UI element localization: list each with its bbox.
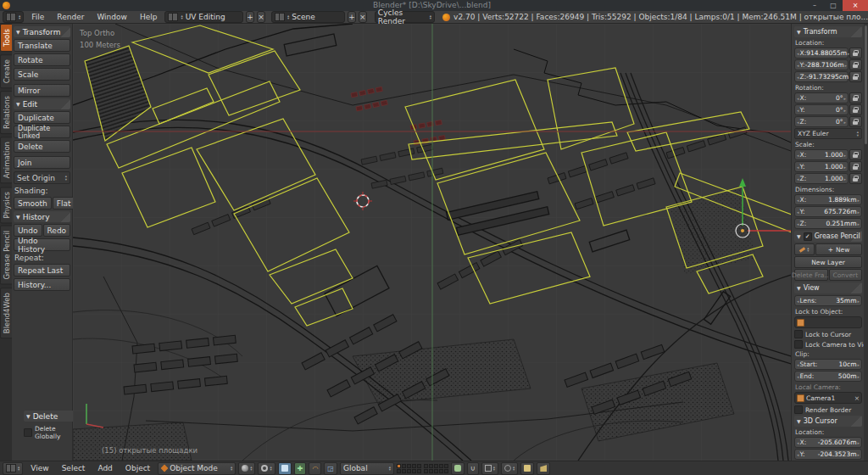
menu-view[interactable]: View bbox=[25, 464, 53, 472]
location-z-field[interactable]: ◂Z:-91.73295cm▸ bbox=[794, 71, 849, 82]
panel-header-3d-cursor[interactable]: ▼ 3D Cursor bbox=[794, 416, 862, 427]
render-border-checkbox[interactable] bbox=[794, 405, 803, 414]
scale-z-field[interactable]: ◂Z:1.000▸ bbox=[794, 173, 849, 184]
location-y-field[interactable]: ◂Y:-288.7106m▸ bbox=[794, 59, 849, 70]
delete-globally-checkbox[interactable] bbox=[24, 428, 32, 437]
minimize-button[interactable]: – bbox=[805, 0, 824, 11]
lock-icon[interactable] bbox=[849, 149, 862, 160]
scene-selector[interactable]: ▴▾ Scene bbox=[271, 11, 345, 23]
lock-icon[interactable] bbox=[849, 161, 862, 172]
local-camera-field[interactable]: Camera1 × bbox=[794, 392, 862, 404]
dim-y-field[interactable]: ◂Y:675.726m▸ bbox=[794, 206, 862, 217]
maximize-button[interactable]: □ bbox=[824, 0, 843, 11]
add-layout-button[interactable]: + bbox=[246, 11, 254, 23]
proportional-edit-dropdown[interactable]: ▴▾ bbox=[501, 462, 518, 475]
scale-button[interactable]: Scale bbox=[14, 68, 70, 81]
rotation-mode-dropdown[interactable]: XYZ Euler ▴▾ bbox=[794, 128, 862, 139]
rotate-button[interactable]: Rotate bbox=[14, 53, 70, 66]
panel-header-transform[interactable]: ▼ Transform bbox=[14, 26, 70, 37]
render-image-button[interactable] bbox=[520, 462, 534, 475]
undo-history-button[interactable]: Undo History bbox=[14, 238, 70, 251]
lock-to-scene-toggle[interactable] bbox=[451, 462, 465, 475]
gp-new-button[interactable]: +New bbox=[815, 243, 862, 255]
repeat-last-button[interactable]: Repeat Last bbox=[14, 264, 70, 277]
undo-button[interactable]: Undo bbox=[14, 224, 42, 237]
remove-layout-button[interactable]: × bbox=[257, 11, 265, 23]
convert-button[interactable]: Convert bbox=[829, 269, 863, 281]
duplicate-button[interactable]: Duplicate bbox=[14, 111, 70, 124]
viewport-shading-dropdown[interactable]: ▴▾ bbox=[238, 462, 255, 475]
render-animation-button[interactable] bbox=[537, 462, 550, 475]
scale-x-field[interactable]: ◂X:1.000▸ bbox=[794, 149, 849, 160]
clip-end-field[interactable]: ◂End:500m▸ bbox=[794, 371, 862, 382]
rotation-x-field[interactable]: ◂X:0°▸ bbox=[794, 92, 849, 103]
clear-icon[interactable]: × bbox=[854, 394, 860, 402]
location-x-field[interactable]: ◂X:914.88055m▸ bbox=[794, 48, 849, 59]
menu-window[interactable]: Window bbox=[92, 13, 132, 21]
panel-header-grease-pencil[interactable]: ▼ ✓ Grease Pencil bbox=[794, 231, 862, 242]
panel-header-transform-n[interactable]: ▼ Transform bbox=[794, 26, 862, 37]
remove-scene-button[interactable]: × bbox=[359, 11, 367, 23]
close-button[interactable]: × bbox=[843, 0, 868, 11]
clip-start-field[interactable]: ◂Start:10cm▸ bbox=[794, 359, 862, 370]
menu-file[interactable]: File bbox=[26, 13, 49, 21]
cursor-x-field[interactable]: ◂X:-205.6076m▸ bbox=[794, 437, 862, 448]
delete-frame-button[interactable]: Delete Fra... bbox=[794, 269, 828, 281]
manipulator-scale-toggle[interactable]: ◲ bbox=[324, 462, 337, 475]
lock-icon[interactable] bbox=[849, 92, 862, 103]
join-button[interactable]: Join bbox=[14, 156, 70, 169]
grease-pencil-checkbox[interactable]: ✓ bbox=[804, 232, 812, 241]
lock-camera-checkbox[interactable] bbox=[794, 340, 803, 349]
menu-object[interactable]: Object bbox=[120, 464, 155, 472]
snap-element-dropdown[interactable]: ▴▾ bbox=[481, 462, 498, 475]
lock-icon[interactable] bbox=[849, 71, 862, 82]
redo-button[interactable]: Redo bbox=[43, 224, 71, 237]
lens-field[interactable]: ◂Lens:35mm▸ bbox=[794, 295, 862, 306]
mode-dropdown[interactable]: Object Mode ▴▾ bbox=[158, 462, 236, 475]
orientation-dropdown[interactable]: Global ▴▾ bbox=[340, 462, 394, 475]
lock-to-cursor-checkbox[interactable] bbox=[794, 330, 803, 338]
lock-icon[interactable] bbox=[849, 48, 862, 59]
menu-render[interactable]: Render bbox=[52, 13, 89, 21]
layers-widget[interactable] bbox=[397, 464, 448, 473]
scrollbar[interactable] bbox=[864, 24, 868, 461]
rotation-z-field[interactable]: ◂Z:0°▸ bbox=[794, 116, 849, 127]
tab-animation[interactable]: Animation bbox=[0, 137, 13, 183]
cursor-y-field[interactable]: ◂Y:-204.3523m▸ bbox=[794, 449, 862, 460]
tab-blend4web[interactable]: Blend4Web bbox=[0, 288, 13, 338]
menu-select[interactable]: Select bbox=[57, 464, 91, 472]
panel-header-view[interactable]: ▼ View bbox=[794, 282, 862, 293]
translate-button[interactable]: Translate bbox=[14, 39, 70, 52]
delete-button[interactable]: Delete bbox=[14, 140, 70, 153]
set-origin-dropdown[interactable]: Set Origin ▴▾ bbox=[14, 171, 70, 184]
scale-y-field[interactable]: ◂Y:1.000▸ bbox=[794, 161, 849, 172]
screen-layout-selector[interactable]: ▴▾ UV Editing bbox=[164, 11, 243, 23]
manipulator-translate-toggle[interactable]: ✚ bbox=[294, 462, 307, 475]
render-engine-selector[interactable]: Cycles Render ▴▾ bbox=[375, 11, 435, 23]
pivot-align-toggle[interactable] bbox=[278, 462, 292, 475]
editor-type-selector-3d[interactable]: ▴▾ bbox=[3, 462, 23, 475]
menu-add[interactable]: Add bbox=[92, 464, 117, 472]
flat-button[interactable]: Flat bbox=[53, 197, 75, 210]
lock-object-field[interactable] bbox=[794, 316, 862, 328]
rotation-y-field[interactable]: ◂Y:0°▸ bbox=[794, 104, 849, 115]
lock-icon[interactable] bbox=[849, 104, 862, 115]
dim-x-field[interactable]: ◂X:1.889km▸ bbox=[794, 194, 862, 205]
lock-icon[interactable] bbox=[849, 116, 862, 127]
history-button[interactable]: History... bbox=[14, 278, 70, 291]
tab-grease-pencil[interactable]: Grease Pencil bbox=[0, 226, 13, 285]
new-layer-button[interactable]: New Layer bbox=[794, 256, 862, 268]
dim-z-field[interactable]: ◂Z:0.251mm▸ bbox=[794, 218, 862, 229]
add-scene-button[interactable]: + bbox=[348, 11, 356, 23]
editor-type-selector[interactable]: ▴▾ bbox=[3, 11, 24, 23]
smooth-button[interactable]: Smooth bbox=[14, 197, 52, 210]
menu-help[interactable]: Help bbox=[135, 13, 163, 21]
panel-header-edit[interactable]: ▼ Edit bbox=[14, 98, 70, 109]
duplicate-linked-button[interactable]: Duplicate Linked bbox=[14, 126, 70, 138]
tab-tools[interactable]: Tools bbox=[0, 24, 13, 52]
tab-create[interactable]: Create bbox=[0, 54, 13, 88]
lock-icon[interactable] bbox=[849, 173, 862, 184]
tab-relations[interactable]: Relations bbox=[0, 91, 13, 134]
panel-header-history[interactable]: ▼ History bbox=[14, 211, 70, 222]
viewport-3d[interactable]: Top Ortho 100 Meters (15) открытые площа… bbox=[73, 24, 791, 461]
